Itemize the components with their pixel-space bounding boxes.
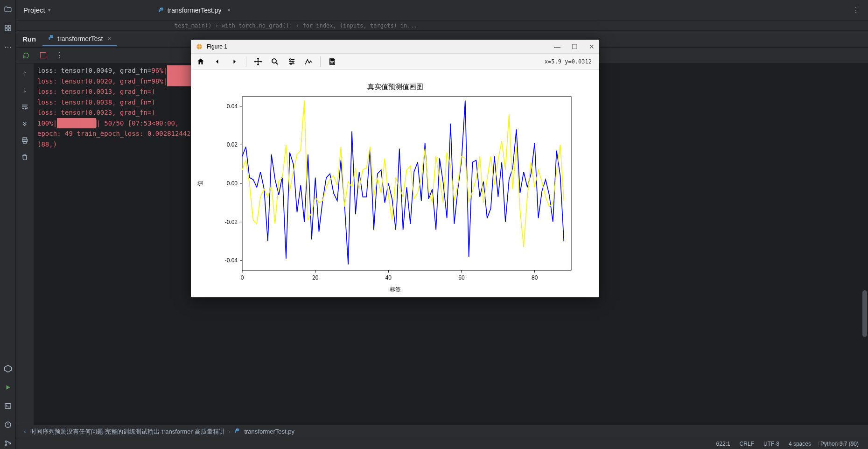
svg-rect-0	[5, 25, 7, 28]
minimize-icon[interactable]: —	[554, 43, 560, 50]
project-label: Project	[23, 6, 45, 14]
svg-text:0.02: 0.02	[227, 141, 238, 148]
file-encoding[interactable]: UTF-8	[763, 441, 779, 447]
editor-crumb: test_main() › with torch.no_grad(): › fo…	[16, 21, 868, 31]
svg-point-19	[290, 59, 291, 60]
mpl-canvas[interactable]: 真实值预测值画图 标签 值 020406080-0.04-0.020.000.0…	[191, 70, 599, 297]
watermark: CSDN @qiqi_ai	[818, 441, 854, 446]
scrollbar[interactable]	[862, 65, 867, 421]
svg-text:-0.02: -0.02	[225, 219, 238, 225]
scroll-up-icon[interactable]: ↑	[20, 68, 30, 78]
svg-marker-4	[4, 365, 11, 372]
scroll-to-end-icon[interactable]	[20, 119, 30, 129]
mpl-app-icon	[196, 43, 203, 50]
top-bar: Project ▾ transformerTest.py × ⋮	[16, 0, 868, 21]
svg-text:-0.04: -0.04	[225, 257, 238, 264]
svg-point-20	[293, 61, 294, 62]
svg-point-18	[272, 59, 276, 63]
edit-axis-icon[interactable]	[303, 56, 314, 67]
svg-text:0.04: 0.04	[227, 103, 238, 110]
maximize-icon[interactable]: ☐	[572, 43, 578, 50]
forward-icon[interactable]	[229, 56, 239, 67]
configure-icon[interactable]	[287, 56, 297, 67]
pan-icon[interactable]	[253, 56, 263, 67]
project-tool-icon[interactable]	[2, 4, 14, 15]
svg-point-16	[237, 429, 237, 429]
stop-icon[interactable]	[38, 51, 48, 60]
soft-wrap-icon[interactable]	[20, 102, 30, 112]
svg-point-21	[290, 63, 292, 64]
run-config-label: transformerTest	[57, 35, 103, 42]
navigation-bar[interactable]: ▫ 时间序列预测没有任何问题-完整的训练测试输出-transformer-高质量…	[16, 425, 868, 438]
close-run-tab-icon[interactable]: ×	[107, 35, 111, 42]
svg-rect-6	[5, 404, 11, 409]
matplotlib-figure-window[interactable]: Figure 1 — ☐ ✕ x=5.9 y=0.0312 真实值预测值画图 标…	[191, 40, 599, 297]
svg-rect-23	[331, 62, 334, 63]
breadcrumb-part2: transformerTest.py	[244, 428, 294, 435]
chevron-down-icon: ▾	[48, 7, 51, 13]
back-icon[interactable]	[212, 56, 223, 67]
chart-plot: 020406080-0.04-0.020.000.020.04	[191, 70, 599, 297]
svg-rect-2	[5, 28, 7, 31]
status-bar: 622:1 CRLF UTF-8 4 spaces Python 3.7 (90…	[16, 438, 868, 449]
caret-position[interactable]: 622:1	[716, 441, 730, 447]
figure-titlebar[interactable]: Figure 1 — ☐ ✕	[191, 40, 599, 54]
svg-rect-22	[331, 59, 334, 61]
python-file-icon	[234, 428, 240, 435]
line-separator[interactable]: CRLF	[740, 441, 754, 447]
crumb-text: test_main() › with torch.no_grad(): › fo…	[175, 22, 417, 29]
left-tool-rail: ⋯	[0, 0, 16, 449]
rerun-icon[interactable]	[21, 51, 31, 60]
python-file-icon	[158, 7, 165, 14]
svg-point-12	[50, 35, 51, 36]
print-icon[interactable]	[20, 135, 30, 146]
close-icon[interactable]: ✕	[589, 43, 595, 50]
mpl-toolbar: x=5.9 y=0.0312	[191, 54, 599, 70]
svg-point-11	[160, 8, 161, 8]
editor-tab-label: transformerTest.py	[168, 7, 222, 14]
svg-text:0: 0	[241, 274, 244, 281]
run-panel-label: Run	[22, 35, 36, 43]
svg-point-8	[5, 441, 7, 442]
run-more-icon[interactable]: ⋮	[55, 51, 64, 60]
home-icon[interactable]	[196, 56, 206, 67]
run-tool-icon[interactable]	[2, 382, 14, 393]
zoom-icon[interactable]	[270, 56, 280, 67]
figure-title: Figure 1	[207, 43, 227, 50]
terminal-tool-icon[interactable]	[2, 400, 14, 412]
close-tab-icon[interactable]: ×	[227, 7, 231, 14]
scrollbar-thumb[interactable]	[862, 290, 867, 337]
breadcrumb-separator: ›	[229, 428, 231, 435]
vcs-tool-icon[interactable]	[2, 438, 14, 449]
svg-text:60: 60	[458, 274, 465, 281]
svg-point-9	[5, 444, 7, 446]
svg-text:80: 80	[532, 274, 538, 281]
editor-more-icon[interactable]: ⋮	[852, 6, 868, 14]
indent-config[interactable]: 4 spaces	[789, 441, 811, 447]
project-dropdown[interactable]: Project ▾	[16, 6, 58, 14]
run-config-tab[interactable]: transformerTest ×	[42, 32, 117, 46]
breadcrumb-part1: 时间序列预测没有任何问题-完整的训练测试输出-transformer-高质量精讲	[30, 428, 225, 436]
svg-text:40: 40	[385, 274, 392, 281]
problems-tool-icon[interactable]	[2, 419, 14, 430]
cursor-coordinates: x=5.9 y=0.0312	[545, 58, 595, 65]
more-tool-icon[interactable]: ⋯	[2, 41, 14, 52]
svg-marker-5	[6, 385, 10, 389]
python-console-icon[interactable]	[2, 363, 14, 374]
python-file-icon	[48, 35, 55, 42]
structure-tool-icon[interactable]	[2, 22, 14, 34]
editor-tab[interactable]: transformerTest.py ×	[152, 3, 238, 18]
save-icon[interactable]	[327, 56, 337, 67]
console-side-toolbar: ↑ ↓	[16, 63, 34, 425]
scroll-down-icon[interactable]: ↓	[20, 85, 30, 95]
svg-text:20: 20	[312, 274, 319, 281]
svg-rect-1	[8, 25, 11, 28]
trash-icon[interactable]	[20, 152, 30, 162]
svg-text:0.00: 0.00	[227, 180, 238, 187]
svg-rect-3	[8, 28, 11, 31]
